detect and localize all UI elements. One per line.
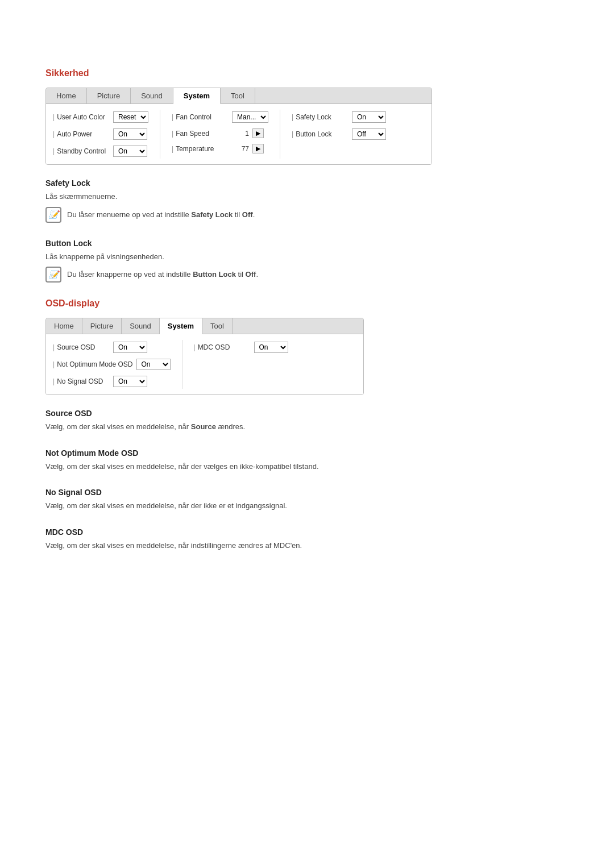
source-osd-section: Source OSD Vælg, om der skal vises en me… bbox=[45, 409, 569, 433]
temperature-row: Temperature 77 ▶ bbox=[172, 142, 268, 155]
tab-home-2[interactable]: Home bbox=[46, 318, 82, 334]
sikkerhed-col-3: Safety Lock On Off Button Lock On Off bbox=[292, 110, 397, 159]
sikkerhed-tabs: Home Picture Sound System Tool bbox=[46, 88, 432, 104]
source-osd-row: Source OSD On Off bbox=[53, 340, 171, 355]
temperature-increase[interactable]: ▶ bbox=[252, 144, 264, 153]
fan-control-label: Fan Control bbox=[172, 113, 229, 121]
no-signal-osd-row: No Signal OSD On Off bbox=[53, 374, 171, 389]
button-lock-bold-2: Off bbox=[246, 270, 256, 279]
not-optimum-select[interactable]: On Off bbox=[136, 359, 171, 370]
source-osd-label: Source OSD bbox=[53, 343, 110, 351]
standby-control-row: Standby Control On Off bbox=[53, 144, 148, 159]
not-optimum-row: Not Optimum Mode OSD On Off bbox=[53, 357, 171, 372]
no-signal-osd-select[interactable]: On Off bbox=[113, 376, 147, 387]
not-optimum-label: Not Optimum Mode OSD bbox=[53, 360, 133, 368]
button-lock-note-icon: 📝 bbox=[45, 267, 61, 283]
button-lock-row: Button Lock On Off bbox=[292, 127, 386, 142]
temperature-value: 77 bbox=[232, 145, 249, 153]
safety-lock-label: Safety Lock bbox=[292, 113, 349, 121]
no-signal-title: No Signal OSD bbox=[45, 488, 569, 497]
osd-panel-body: Source OSD On Off Not Optimum Mode OSD O… bbox=[46, 334, 363, 394]
not-optimum-title: Not Optimum Mode OSD bbox=[45, 448, 569, 458]
safety-lock-note-box: 📝 Du låser menuerne op ved at indstille … bbox=[45, 207, 569, 223]
safety-lock-title: Safety Lock bbox=[45, 178, 569, 188]
mdc-osd-row: MDC OSD On Off bbox=[194, 340, 288, 355]
fan-control-row: Fan Control Man... Auto bbox=[172, 110, 268, 124]
tab-picture-1[interactable]: Picture bbox=[87, 88, 131, 103]
standby-control-label: Standby Control bbox=[53, 147, 110, 155]
safety-lock-desc: Lås skærmmenuerne. bbox=[45, 191, 569, 202]
auto-power-row: Auto Power On Off bbox=[53, 127, 148, 142]
osd-display-title: OSD-display bbox=[45, 298, 569, 309]
tab-sound-1[interactable]: Sound bbox=[131, 88, 173, 103]
sikkerhed-col-2: Fan Control Man... Auto Fan Speed 1 ▶ Te… bbox=[172, 110, 280, 159]
tab-picture-2[interactable]: Picture bbox=[82, 318, 122, 334]
no-signal-osd-label: No Signal OSD bbox=[53, 377, 110, 385]
not-optimum-section: Not Optimum Mode OSD Vælg, om der skal v… bbox=[45, 448, 569, 472]
button-lock-desc: Lås knapperne på visningsenheden. bbox=[45, 251, 569, 263]
safety-lock-bold-2: Off bbox=[242, 210, 253, 219]
fan-control-select[interactable]: Man... Auto bbox=[232, 111, 268, 123]
auto-power-select[interactable]: On Off bbox=[113, 128, 147, 140]
source-osd-title: Source OSD bbox=[45, 409, 569, 418]
tab-tool-1[interactable]: Tool bbox=[221, 88, 255, 103]
safety-lock-row: Safety Lock On Off bbox=[292, 110, 386, 124]
tab-home-1[interactable]: Home bbox=[46, 88, 87, 103]
not-optimum-desc: Vælg, om der skal vises en meddelelse, n… bbox=[45, 461, 569, 472]
user-auto-color-label: User Auto Color bbox=[53, 113, 110, 121]
osd-col-2: MDC OSD On Off bbox=[194, 340, 300, 389]
standby-control-select[interactable]: On Off bbox=[113, 146, 147, 157]
source-osd-desc: Vælg, om der skal vises en meddelelse, n… bbox=[45, 421, 569, 433]
auto-power-label: Auto Power bbox=[53, 130, 110, 138]
safety-lock-bold-1: Safety Lock bbox=[191, 210, 233, 219]
button-lock-select[interactable]: On Off bbox=[352, 128, 386, 140]
fan-speed-increase[interactable]: ▶ bbox=[252, 128, 264, 138]
fan-speed-label: Fan Speed bbox=[172, 130, 229, 138]
osd-panel: Home Picture Sound System Tool Source OS… bbox=[45, 318, 364, 395]
sikkerhed-section: Sikkerhed Home Picture Sound System Tool… bbox=[45, 68, 569, 283]
sikkerhed-col-1: User Auto Color Reset Auto Power On Off … bbox=[53, 110, 160, 159]
button-lock-note-box: 📝 Du låser knapperne op ved at indstille… bbox=[45, 267, 569, 283]
tab-tool-2[interactable]: Tool bbox=[202, 318, 233, 334]
mdc-osd-desc: Vælg, om der skal vises en meddelelse, n… bbox=[45, 540, 569, 551]
sikkerhed-panel-body: User Auto Color Reset Auto Power On Off … bbox=[46, 104, 432, 164]
sikkerhed-title: Sikkerhed bbox=[45, 68, 569, 78]
button-lock-section: Button Lock Lås knapperne på visningsenh… bbox=[45, 239, 569, 283]
source-osd-select[interactable]: On Off bbox=[113, 342, 147, 353]
safety-lock-section: Safety Lock Lås skærmmenuerne. 📝 Du låse… bbox=[45, 178, 569, 223]
button-lock-title: Button Lock bbox=[45, 239, 569, 248]
source-bold: Source bbox=[191, 422, 216, 431]
mdc-osd-select[interactable]: On Off bbox=[254, 342, 288, 353]
mdc-osd-label: MDC OSD bbox=[194, 343, 251, 351]
safety-lock-select[interactable]: On Off bbox=[352, 111, 386, 123]
fan-speed-row: Fan Speed 1 ▶ bbox=[172, 127, 268, 140]
safety-lock-note-icon: 📝 bbox=[45, 207, 61, 223]
sikkerhed-panel: Home Picture Sound System Tool User Auto… bbox=[45, 88, 432, 165]
temperature-label: Temperature bbox=[172, 145, 229, 153]
mdc-osd-section: MDC OSD Vælg, om der skal vises en medde… bbox=[45, 528, 569, 551]
button-lock-label: Button Lock bbox=[292, 130, 349, 138]
no-signal-section: No Signal OSD Vælg, om der skal vises en… bbox=[45, 488, 569, 512]
mdc-osd-title: MDC OSD bbox=[45, 528, 569, 537]
osd-display-section: OSD-display Home Picture Sound System To… bbox=[45, 298, 569, 551]
button-lock-bold-1: Button Lock bbox=[193, 270, 236, 279]
user-auto-color-row: User Auto Color Reset bbox=[53, 110, 148, 124]
osd-col-1: Source OSD On Off Not Optimum Mode OSD O… bbox=[53, 340, 182, 389]
tab-system-1[interactable]: System bbox=[173, 88, 221, 104]
fan-speed-value: 1 bbox=[232, 130, 249, 138]
osd-tabs: Home Picture Sound System Tool bbox=[46, 318, 363, 334]
tab-sound-2[interactable]: Sound bbox=[122, 318, 160, 334]
button-lock-note-text: Du låser knapperne op ved at indstille B… bbox=[67, 267, 258, 280]
safety-lock-note-text: Du låser menuerne op ved at indstille Sa… bbox=[67, 207, 255, 221]
user-auto-color-select[interactable]: Reset bbox=[113, 111, 148, 123]
tab-system-2[interactable]: System bbox=[160, 318, 202, 334]
no-signal-desc: Vælg, om der skal vises en meddelelse, n… bbox=[45, 500, 569, 512]
